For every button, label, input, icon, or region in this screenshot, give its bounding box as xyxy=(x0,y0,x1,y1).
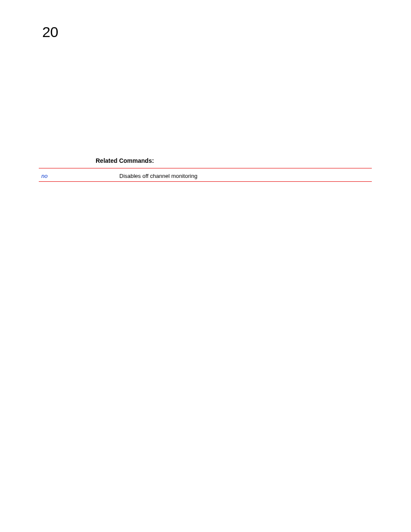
command-description: Disables off channel monitoring xyxy=(119,173,197,179)
command-link-no[interactable]: no xyxy=(41,173,47,179)
table-bottom-divider xyxy=(39,181,372,182)
related-commands-heading: Related Commands: xyxy=(96,157,154,164)
page-container: 20 Related Commands: no Disables off cha… xyxy=(0,0,411,532)
chapter-number: 20 xyxy=(42,24,58,40)
table-top-divider xyxy=(39,168,372,168)
